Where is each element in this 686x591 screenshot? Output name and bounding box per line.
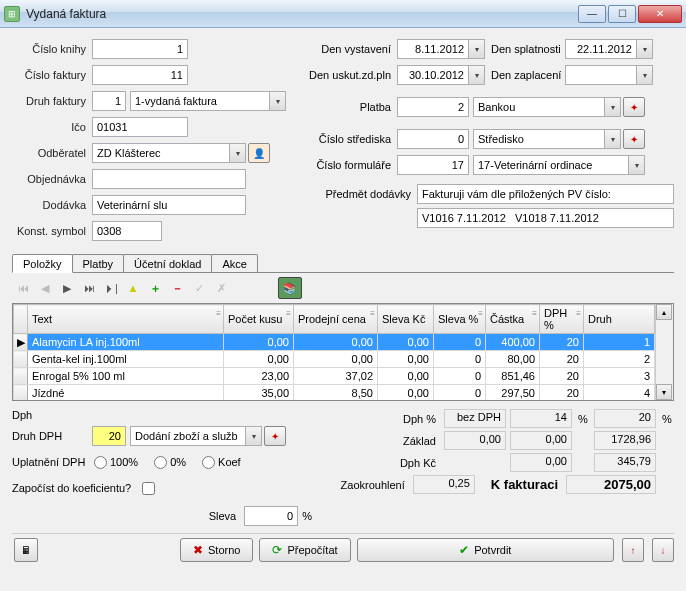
- den-splatnosti-picker[interactable]: 22.11.2012 ▾: [565, 39, 653, 59]
- arrow-down-button[interactable]: ↓: [652, 538, 674, 562]
- radio-100pct[interactable]: 100%: [94, 456, 138, 469]
- tab-ucetni-doklad[interactable]: Účetní doklad: [123, 254, 212, 272]
- platba-combo[interactable]: Bankou ▾: [473, 97, 621, 117]
- formular-combo[interactable]: 17-Veterinární ordinace ▾: [473, 155, 645, 175]
- radio-0pct[interactable]: 0%: [154, 456, 186, 469]
- delete-row-icon[interactable]: －: [168, 279, 186, 297]
- dphkc-14: 0,00: [510, 453, 572, 472]
- formular-num-input[interactable]: [397, 155, 469, 175]
- den-zaplaceni-picker[interactable]: ▾: [565, 65, 653, 85]
- radio-koef[interactable]: Koef: [202, 456, 241, 469]
- col-prodejni-cena[interactable]: Prodejní cena: [298, 313, 366, 325]
- prepocitat-button[interactable]: ⟳Přepočítat: [259, 538, 350, 562]
- druh-faktury-combo[interactable]: 1-vydaná faktura ▾: [130, 91, 286, 111]
- storno-button[interactable]: ✖Storno: [180, 538, 253, 562]
- nav-prev-icon[interactable]: ◀: [36, 279, 54, 297]
- label-uplatneni-dph: Uplatnění DPH: [12, 456, 92, 468]
- dphkc-20: 345,79: [594, 453, 656, 472]
- col-text[interactable]: Text: [32, 313, 52, 325]
- calendar-icon[interactable]: ▾: [468, 40, 484, 58]
- label-den-zaplaceni: Den zaplacení: [485, 69, 565, 81]
- label-den-vystaveni: Den vystavení: [307, 43, 397, 55]
- stredisko-num-input[interactable]: [397, 129, 469, 149]
- label-platba: Platba: [307, 101, 397, 113]
- odberatel-combo[interactable]: ZD Klášterec ▾: [92, 143, 246, 163]
- calculator-button[interactable]: 🖩: [14, 538, 38, 562]
- odberatel-lookup-button[interactable]: 👤: [248, 143, 270, 163]
- objednavka-input[interactable]: [92, 169, 246, 189]
- predmet-input-1[interactable]: [417, 184, 674, 204]
- dph-title: Dph: [12, 409, 312, 421]
- edit-icon[interactable]: ▲: [124, 279, 142, 297]
- platba-num-input[interactable]: [397, 97, 469, 117]
- tab-platby[interactable]: Platby: [72, 254, 125, 272]
- tab-polozky[interactable]: Položky: [12, 254, 73, 273]
- predmet-input-2[interactable]: [417, 208, 674, 228]
- sleva-pct-label: %: [302, 510, 312, 522]
- table-row[interactable]: Jízdné35,008,500,000297,50204: [14, 385, 655, 401]
- potvrdit-button[interactable]: ✔Potvrdit: [357, 538, 614, 562]
- cancel-icon[interactable]: ✗: [212, 279, 230, 297]
- konst-symbol-input[interactable]: [92, 221, 162, 241]
- tab-akce[interactable]: Akce: [211, 254, 257, 272]
- nav-first-icon[interactable]: ⏮: [14, 279, 32, 297]
- close-button[interactable]: ✕: [638, 5, 682, 23]
- col-castka[interactable]: Částka: [490, 313, 524, 325]
- label-objednavka: Objednávka: [12, 173, 92, 185]
- cislo-faktury-input[interactable]: [92, 65, 188, 85]
- druh-dph-action-button[interactable]: ✦: [264, 426, 286, 446]
- chevron-down-icon[interactable]: ▾: [229, 144, 245, 162]
- calendar-icon[interactable]: ▾: [636, 66, 652, 84]
- table-row[interactable]: ▶Alamycin LA inj.100ml0,000,000,000400,0…: [14, 334, 655, 351]
- dodavka-input[interactable]: [92, 195, 246, 215]
- maximize-button[interactable]: ☐: [608, 5, 636, 23]
- druh-dph-combo[interactable]: Dodání zboží a služb ▾: [130, 426, 262, 446]
- platba-action-button[interactable]: ✦: [623, 97, 645, 117]
- tab-strip: Položky Platby Účetní doklad Akce: [12, 254, 674, 273]
- nav-last-icon[interactable]: ⏭: [80, 279, 98, 297]
- chevron-down-icon[interactable]: ▾: [245, 427, 261, 445]
- ico-input[interactable]: [92, 117, 188, 137]
- table-row[interactable]: Genta-kel inj.100ml0,000,000,00080,00202: [14, 351, 655, 368]
- grid-toolbar: ⏮ ◀ ▶ ⏭ ⏵| ▲ ＋ － ✓ ✗ 📚: [12, 273, 674, 303]
- sleva-input[interactable]: [244, 506, 298, 526]
- label-formular: Číslo formuláře: [307, 159, 397, 171]
- stredisko-combo[interactable]: Středisko ▾: [473, 129, 621, 149]
- den-vystaveni-picker[interactable]: 8.11.2012 ▾: [397, 39, 485, 59]
- label-sleva: Sleva: [209, 510, 237, 522]
- items-grid[interactable]: Text≡ Počet kusu≡ Prodejní cena≡ Sleva K…: [12, 303, 674, 401]
- cislo-knihy-input[interactable]: [92, 39, 188, 59]
- books-icon[interactable]: 📚: [278, 277, 302, 299]
- nav-jump-icon[interactable]: ⏵|: [102, 279, 120, 297]
- arrow-up-button[interactable]: ↑: [622, 538, 644, 562]
- label-zapocist: Započíst do koeficientu?: [12, 482, 142, 494]
- check-icon[interactable]: ✓: [190, 279, 208, 297]
- stredisko-action-button[interactable]: ✦: [623, 129, 645, 149]
- table-row[interactable]: Enrogal 5% 100 ml23,0037,020,000851,4620…: [14, 368, 655, 385]
- calendar-icon[interactable]: ▾: [468, 66, 484, 84]
- col-pocet-kusu[interactable]: Počet kusu: [228, 313, 282, 325]
- col-dph-pct[interactable]: DPH %: [544, 307, 567, 331]
- chevron-down-icon[interactable]: ▾: [604, 98, 620, 116]
- scroll-down-icon[interactable]: ▾: [656, 384, 672, 400]
- nav-next-icon[interactable]: ▶: [58, 279, 76, 297]
- zaklad-0: 0,00: [444, 431, 506, 450]
- grid-scrollbar[interactable]: ▴ ▾: [655, 304, 673, 400]
- scroll-up-icon[interactable]: ▴: [656, 304, 672, 320]
- chevron-down-icon[interactable]: ▾: [604, 130, 620, 148]
- chevron-down-icon[interactable]: ▾: [269, 92, 285, 110]
- add-row-icon[interactable]: ＋: [146, 279, 164, 297]
- minimize-button[interactable]: —: [578, 5, 606, 23]
- zapocist-checkbox[interactable]: [142, 482, 155, 495]
- druh-dph-input[interactable]: [92, 426, 126, 446]
- chevron-down-icon[interactable]: ▾: [628, 156, 644, 174]
- calendar-icon[interactable]: ▾: [636, 40, 652, 58]
- label-dph-pct: Dph %: [354, 413, 440, 425]
- col-sleva-pct[interactable]: Sleva %: [438, 313, 478, 325]
- col-sleva-kc[interactable]: Sleva Kč: [382, 313, 425, 325]
- val-20: 20: [594, 409, 656, 428]
- druh-faktury-num-input[interactable]: [92, 91, 126, 111]
- col-druh[interactable]: Druh: [588, 313, 612, 325]
- den-uskut-picker[interactable]: 30.10.2012 ▾: [397, 65, 485, 85]
- val-14: 14: [510, 409, 572, 428]
